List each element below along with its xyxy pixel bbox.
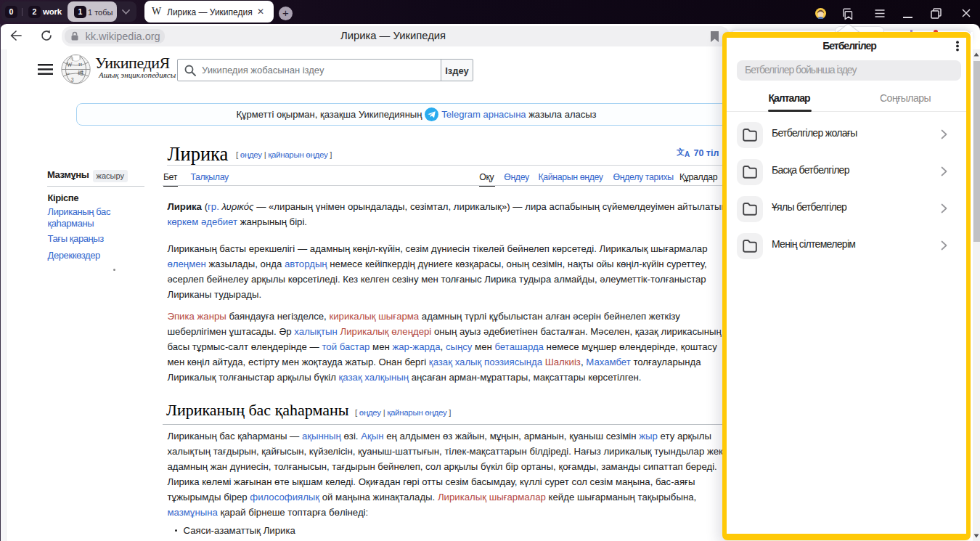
svg-text:ვ: ვ (71, 76, 74, 82)
svg-text:A: A (685, 150, 690, 158)
svg-text:И: И (78, 62, 82, 68)
svg-text:W: W (67, 62, 73, 68)
svg-text:维: 维 (78, 70, 84, 76)
svg-text:ا: ا (72, 57, 73, 62)
svg-text:文: 文 (677, 147, 685, 156)
svg-text:ω: ω (66, 70, 70, 76)
